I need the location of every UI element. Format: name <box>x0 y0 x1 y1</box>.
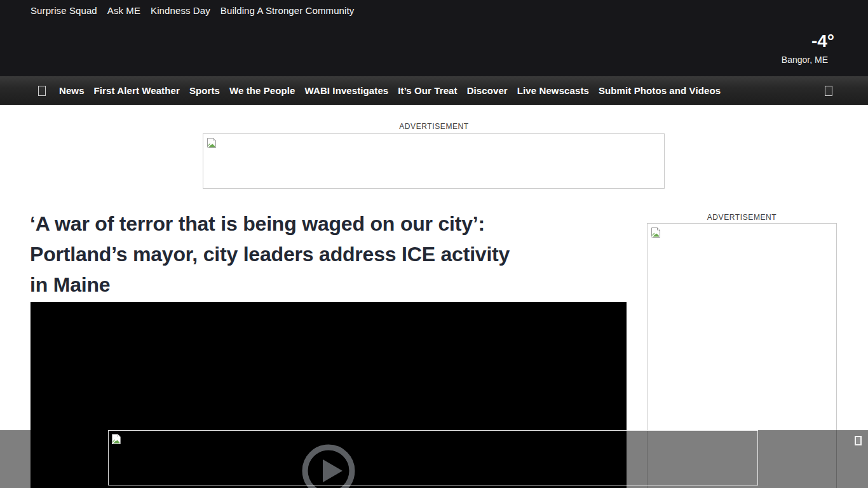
topbar-link-surprise-squad[interactable]: Surprise Squad <box>31 5 97 16</box>
advertisement-label-sidebar: ADVERTISEMENT <box>647 213 837 222</box>
topbar: Surprise Squad Ask ME Kindness Day Build… <box>0 0 868 76</box>
nav-item-sports[interactable]: Sports <box>189 85 220 96</box>
topbar-link-kindness-day[interactable]: Kindness Day <box>151 5 210 16</box>
weather-widget[interactable]: -4° Bangor, ME <box>782 32 834 65</box>
nav-item-wabi-investigates[interactable]: WABI Investigates <box>305 85 389 96</box>
top-ad-banner[interactable] <box>203 133 665 189</box>
headline-line: Portland’s mayor, city leaders address I… <box>30 239 634 269</box>
broken-image-icon <box>651 227 661 238</box>
nav-item-news[interactable]: News <box>59 85 85 96</box>
topbar-links: Surprise Squad Ask ME Kindness Day Build… <box>31 5 354 16</box>
search-icon[interactable] <box>825 86 832 96</box>
headline-line: ‘A war of terror that is being waged on … <box>30 208 634 239</box>
broken-image-icon <box>207 137 217 149</box>
close-icon[interactable] <box>855 436 862 445</box>
weather-location: Bangor, ME <box>782 55 828 65</box>
advertisement-label-top: ADVERTISEMENT <box>0 122 868 131</box>
nav-item-live-newscasts[interactable]: Live Newscasts <box>517 85 589 96</box>
nav-item-its-our-treat[interactable]: It’s Our Treat <box>398 85 457 96</box>
article-headline: ‘A war of terror that is being waged on … <box>30 208 634 300</box>
weather-temperature: -4° <box>782 32 834 51</box>
topbar-link-stronger-community[interactable]: Building A Stronger Community <box>220 5 355 16</box>
topbar-link-ask-me[interactable]: Ask ME <box>107 5 140 16</box>
nav-item-first-alert-weather[interactable]: First Alert Weather <box>94 85 180 96</box>
page: Surprise Squad Ask ME Kindness Day Build… <box>0 0 868 488</box>
sticky-video-ad-overlay <box>0 430 868 488</box>
broken-image-icon <box>111 433 121 445</box>
menu-icon[interactable] <box>38 86 46 96</box>
main-nav: News First Alert Weather Sports We the P… <box>0 76 868 105</box>
headline-line: in Maine <box>30 269 634 300</box>
nav-item-discover[interactable]: Discover <box>467 85 508 96</box>
overlay-ad-frame[interactable] <box>108 430 758 485</box>
nav-item-we-the-people[interactable]: We the People <box>229 85 295 96</box>
nav-item-submit-photos-videos[interactable]: Submit Photos and Videos <box>599 85 721 96</box>
